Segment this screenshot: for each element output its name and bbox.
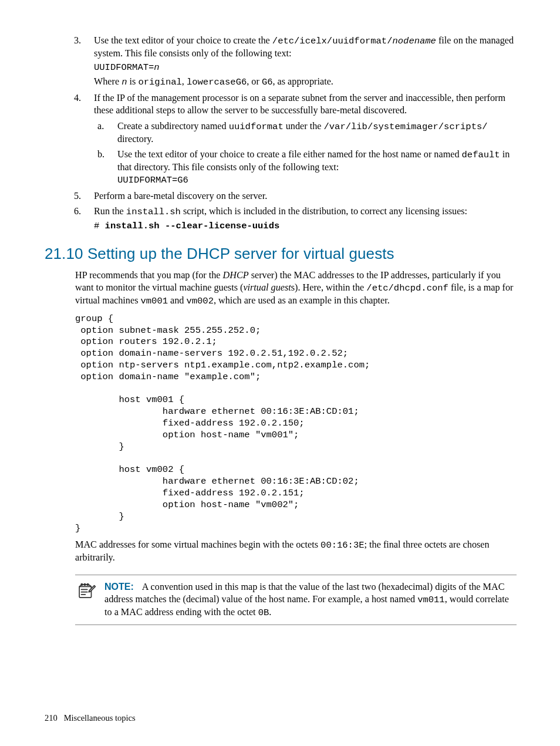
step3-where: Where n is original, lowercaseG6, or G6,… [94, 76, 517, 89]
host: vm011 [417, 595, 445, 605]
command-line: # install.sh --clear-license-uuids [94, 221, 517, 232]
text: and [168, 295, 186, 306]
step3-text: Use the text editor of your choice to cr… [94, 35, 517, 60]
note-label: NOTE: [104, 582, 134, 592]
text: , or [247, 76, 262, 87]
note-icon [76, 582, 96, 600]
text: directory. [117, 134, 153, 144]
text: HP recommends that you map (for the [75, 270, 223, 281]
ordered-list: Use the text editor of your choice to cr… [45, 35, 517, 232]
text: is [127, 76, 139, 87]
command: install.sh --clear-license-uuids [105, 221, 280, 231]
list-item-6: Run the install.sh script, which is incl… [94, 205, 517, 232]
text: Create a subdirectory named [117, 121, 229, 131]
text: Run the [94, 206, 126, 217]
text: Use the text editor of your choice to cr… [94, 35, 272, 46]
text: under the [284, 121, 324, 131]
code-line: UUIDFORMAT=G6 [117, 175, 517, 187]
value: original [138, 77, 181, 87]
term: virtual guest [243, 282, 291, 293]
code-var: n [154, 62, 159, 73]
prompt: # [94, 221, 105, 231]
path-text: /etc/icelx/uuidformat/ [272, 36, 393, 46]
text: , which are used as an example in this c… [214, 295, 390, 306]
text: , [182, 76, 187, 87]
dhcp-config-code: group { option subnet-mask 255.255.252.0… [75, 313, 517, 535]
section-body: HP recommends that you map (for the DHCP… [75, 269, 517, 625]
octet: 0B [258, 607, 269, 618]
svg-point-3 [87, 584, 89, 586]
text: s). Here, within the [291, 282, 367, 293]
code-line: UUIDFORMAT=n [94, 62, 517, 74]
sub-item-b: Use the text editor of your choice to cr… [117, 148, 517, 186]
svg-point-1 [81, 584, 83, 586]
step4-text: If the IP of the management processor is… [94, 92, 517, 116]
value: lowercaseG6 [187, 77, 247, 87]
step6-text: Run the install.sh script, which is incl… [94, 205, 517, 218]
sub-item-a: Create a subdirectory named uuidformat u… [117, 120, 517, 146]
filename: default [462, 150, 500, 160]
section-heading: 21.10 Setting up the DHCP server for vir… [45, 244, 517, 264]
section-p1: HP recommends that you map (for the DHCP… [75, 269, 517, 307]
text: Where [94, 76, 122, 87]
text: script, which is included in the distrib… [181, 206, 467, 217]
script: install.sh [126, 207, 181, 217]
sub-list: Create a subdirectory named uuidformat u… [94, 120, 517, 187]
path: /etc/dhcpd.conf [366, 283, 448, 293]
text: MAC addresses for some virtual machines … [75, 539, 321, 550]
list-item-4: If the IP of the management processor is… [94, 92, 517, 186]
list-item-5: Perform a bare-metal discovery on the se… [94, 190, 517, 202]
text: , as appropriate. [272, 76, 333, 87]
step5-text: Perform a bare-metal discovery on the se… [94, 190, 517, 202]
vm: vm002 [186, 296, 214, 306]
note-body: NOTE:A convention used in this map is th… [104, 581, 517, 619]
term: DHCP [223, 270, 249, 281]
page-footer: 210 Miscellaneous topics [45, 713, 136, 724]
vm: vm001 [140, 296, 168, 306]
page: Use the text editor of your choice to cr… [0, 0, 560, 746]
text: . [269, 607, 271, 617]
path-var: nodename [392, 36, 436, 46]
value: G6 [262, 77, 273, 87]
octets: 00:16:3E [321, 540, 364, 551]
text: Use the text editor of your choice to cr… [117, 149, 462, 160]
svg-point-2 [84, 584, 86, 586]
path: /var/lib/systemimager/scripts/ [323, 121, 487, 132]
section-p2: MAC addresses for some virtual machines … [75, 539, 517, 564]
var: n [122, 77, 127, 87]
note-block: NOTE:A convention used in this map is th… [75, 575, 517, 625]
list-item-3: Use the text editor of your choice to cr… [94, 35, 517, 89]
page-number: 210 [45, 713, 58, 723]
footer-title: Miscellaneous topics [64, 713, 136, 723]
dirname: uuidformat [229, 121, 284, 132]
code: UUIDFORMAT= [94, 62, 154, 73]
